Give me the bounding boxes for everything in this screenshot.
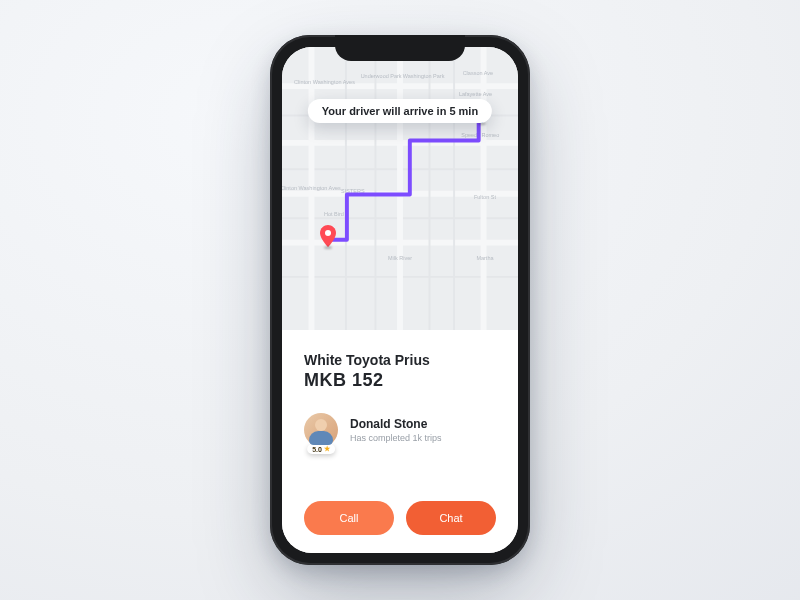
driver-info: Donald Stone Has completed 1k trips bbox=[350, 417, 442, 443]
vehicle-description: White Toyota Prius bbox=[304, 352, 496, 368]
svg-point-16 bbox=[325, 230, 331, 236]
route-path bbox=[282, 47, 518, 340]
driver-card: White Toyota Prius MKB 152 5.0 ★ Donald … bbox=[282, 330, 518, 553]
eta-pill: Your driver will arrive in 5 min bbox=[308, 99, 492, 123]
driver-row: 5.0 ★ Donald Stone Has completed 1k trip… bbox=[304, 413, 496, 447]
driver-name: Donald Stone bbox=[350, 417, 442, 431]
driver-pin-icon bbox=[320, 225, 336, 247]
chat-button[interactable]: Chat bbox=[406, 501, 496, 535]
action-row: Call Chat bbox=[304, 501, 496, 535]
app-screen: Clinton Washington Aves Underwood Park W… bbox=[282, 47, 518, 553]
star-icon: ★ bbox=[324, 445, 330, 453]
call-button[interactable]: Call bbox=[304, 501, 394, 535]
vehicle-plate: MKB 152 bbox=[304, 370, 496, 391]
map-view[interactable]: Clinton Washington Aves Underwood Park W… bbox=[282, 47, 518, 340]
rating-value: 5.0 bbox=[312, 446, 322, 453]
phone-frame: Clinton Washington Aves Underwood Park W… bbox=[270, 35, 530, 565]
driver-avatar[interactable]: 5.0 ★ bbox=[304, 413, 338, 447]
driver-subtext: Has completed 1k trips bbox=[350, 433, 442, 443]
driver-rating-chip: 5.0 ★ bbox=[307, 444, 335, 454]
phone-notch bbox=[335, 35, 465, 61]
